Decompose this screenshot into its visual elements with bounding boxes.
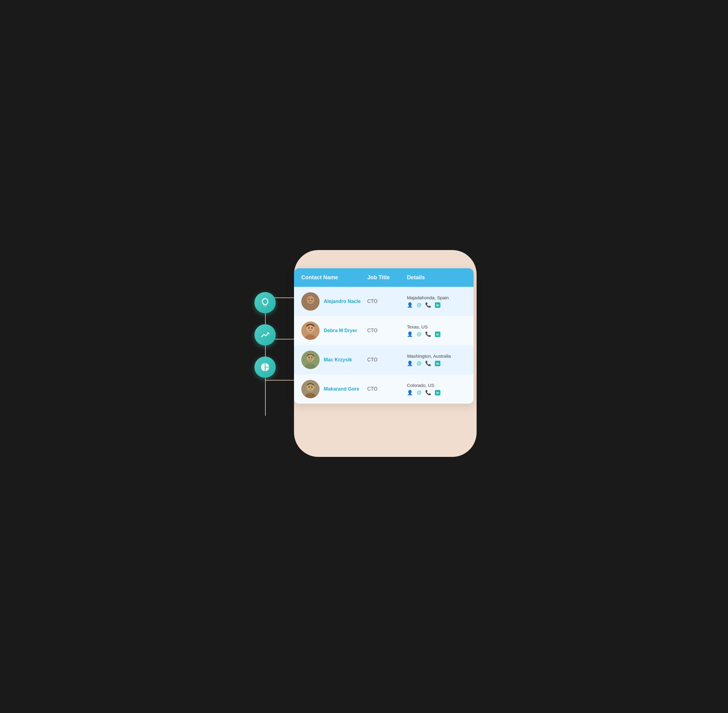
table-header: Contact Name Job Title Details: [294, 268, 474, 287]
person-icon[interactable]: 👤: [407, 302, 413, 308]
location: Texas, US: [407, 324, 466, 330]
contact-cell: Mac Krzysik: [301, 351, 367, 369]
sidebar: [254, 286, 276, 383]
table-row: Mac Krzysik CTO Washington, Australia 👤 …: [294, 345, 474, 374]
svg-point-14: [307, 355, 314, 361]
svg-point-5: [311, 299, 312, 300]
chart-icon: [260, 330, 270, 340]
details-cell: Washington, Australia 👤 @ 📞 in: [407, 354, 466, 366]
svg-point-4: [308, 299, 309, 300]
contact-name[interactable]: Debra M Dryer: [324, 328, 357, 334]
phone-icon[interactable]: 📞: [425, 390, 431, 395]
svg-point-23: [309, 386, 310, 388]
contact-icons: 👤 @ 📞 in: [407, 331, 466, 337]
phone-icon[interactable]: 📞: [425, 361, 431, 366]
contact-name[interactable]: Makarand Gore: [324, 386, 359, 392]
phone-icon[interactable]: 📞: [425, 331, 431, 337]
svg-point-3: [307, 297, 314, 303]
sidebar-icon-pie[interactable]: [254, 356, 276, 378]
linkedin-icon[interactable]: in: [435, 331, 440, 337]
email-icon[interactable]: @: [417, 390, 422, 395]
job-title: CTO: [367, 386, 407, 392]
contact-icons: 👤 @ 📞 in: [407, 390, 466, 395]
contact-name[interactable]: Mac Krzysik: [324, 357, 352, 363]
contact-cell: Alejandro Nacle: [301, 292, 367, 310]
job-title: CTO: [367, 357, 407, 362]
person-icon[interactable]: 👤: [407, 361, 413, 366]
details-cell: Texas, US 👤 @ 📞 in: [407, 324, 466, 337]
table-card: Contact Name Job Title Details: [294, 268, 474, 404]
email-icon[interactable]: @: [417, 302, 422, 308]
avatar: [301, 351, 320, 369]
contact-cell: Debra M Dryer: [301, 322, 367, 340]
phone-icon[interactable]: 📞: [425, 302, 431, 308]
svg-point-10: [311, 327, 312, 329]
table-row: Alejandro Nacle CTO Majadahonda, Spain 👤…: [294, 287, 474, 316]
email-icon[interactable]: @: [417, 331, 422, 337]
linkedin-icon[interactable]: in: [435, 390, 440, 395]
avatar: [301, 292, 320, 310]
sidebar-icon-lightbulb[interactable]: [254, 292, 276, 313]
table-row: Makarand Gore CTO Colorado, US 👤 @ 📞 in: [294, 374, 474, 404]
contact-name[interactable]: Alejandro Nacle: [324, 298, 361, 305]
linkedin-icon[interactable]: in: [435, 361, 440, 366]
table-body: Alejandro Nacle CTO Majadahonda, Spain 👤…: [294, 287, 474, 404]
details-cell: Colorado, US 👤 @ 📞 in: [407, 383, 466, 395]
header-details: Details: [407, 274, 466, 281]
lightbulb-icon: [260, 298, 270, 307]
pie-icon: [260, 362, 270, 372]
header-job-title: Job Title: [367, 274, 407, 281]
location: Majadahonda, Spain: [407, 295, 466, 300]
sidebar-icon-chart[interactable]: [254, 324, 276, 346]
person-icon[interactable]: 👤: [407, 331, 413, 337]
svg-point-9: [308, 327, 309, 329]
location: Washington, Australia: [407, 354, 466, 359]
person-icon[interactable]: 👤: [407, 390, 413, 395]
table-row: Debra M Dryer CTO Texas, US 👤 @ 📞 in: [294, 316, 474, 345]
job-title: CTO: [367, 328, 407, 333]
contact-icons: 👤 @ 📞 in: [407, 361, 466, 366]
svg-point-22: [307, 384, 314, 390]
header-contact-name: Contact Name: [301, 274, 367, 281]
avatar: [301, 322, 320, 340]
contact-cell: Makarand Gore: [301, 380, 367, 398]
email-icon[interactable]: @: [417, 361, 422, 366]
svg-point-24: [311, 386, 312, 388]
linkedin-icon[interactable]: in: [435, 302, 440, 308]
location: Colorado, US: [407, 383, 466, 388]
contact-icons: 👤 @ 📞 in: [407, 302, 466, 308]
scene: Contact Name Job Title Details: [245, 238, 483, 475]
details-cell: Majadahonda, Spain 👤 @ 📞 in: [407, 295, 466, 308]
job-title: CTO: [367, 299, 407, 304]
avatar: [301, 380, 320, 398]
